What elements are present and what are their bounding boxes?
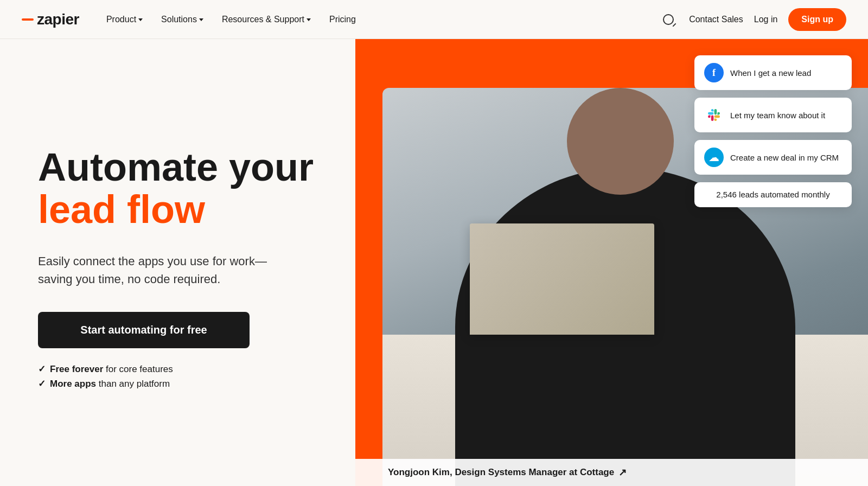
hero-subtext: Easily connect the apps you use for work… bbox=[38, 252, 288, 288]
card-text-new-lead: When I get a new lead bbox=[730, 68, 811, 78]
nav-item-pricing[interactable]: Pricing bbox=[322, 10, 363, 29]
automation-card-salesforce: ☁ Create a new deal in my CRM bbox=[694, 140, 852, 175]
hero-heading-line1: Automate your bbox=[38, 146, 317, 189]
chevron-down-icon bbox=[199, 18, 203, 21]
feature-apps-text: More apps than any platform bbox=[50, 379, 170, 389]
feature-list: ✓ Free forever for core features ✓ More … bbox=[38, 363, 317, 389]
automation-card-facebook: f When I get a new lead bbox=[694, 55, 852, 90]
hero-section: Automate your lead flow Easily connect t… bbox=[0, 39, 868, 486]
nav-item-solutions[interactable]: Solutions bbox=[154, 10, 211, 29]
logo-wordmark: zapier bbox=[37, 11, 79, 28]
slack-icon bbox=[704, 105, 724, 125]
check-icon: ✓ bbox=[38, 378, 46, 389]
chevron-down-icon bbox=[307, 18, 311, 21]
nav-item-resources[interactable]: Resources & Support bbox=[214, 10, 318, 29]
hero-right: f When I get a new lead bbox=[355, 39, 868, 486]
feature-free-text: Free forever for core features bbox=[50, 364, 173, 375]
logo[interactable]: zapier bbox=[22, 11, 79, 28]
navbar: zapier Product Solutions Resources & Sup… bbox=[0, 0, 868, 39]
salesforce-icon: ☁ bbox=[704, 148, 724, 167]
card-text-team: Let my team know about it bbox=[730, 111, 825, 120]
automation-card-slack: Let my team know about it bbox=[694, 98, 852, 132]
attribution-text: Yongjoon Kim, Design Systems Manager at … bbox=[388, 467, 614, 478]
nav-product-label: Product bbox=[106, 15, 136, 24]
nav-solutions-label: Solutions bbox=[161, 15, 197, 24]
chevron-down-icon bbox=[138, 18, 143, 21]
person-body bbox=[455, 168, 795, 486]
logo-dash-icon bbox=[22, 18, 34, 21]
check-icon: ✓ bbox=[38, 363, 46, 375]
feature-free: ✓ Free forever for core features bbox=[38, 363, 317, 375]
cta-button[interactable]: Start automating for free bbox=[38, 312, 250, 348]
card-text-crm: Create a new deal in my CRM bbox=[730, 153, 839, 162]
feature-apps: ✓ More apps than any platform bbox=[38, 378, 317, 389]
contact-sales-link[interactable]: Contact Sales bbox=[689, 15, 743, 24]
nav-item-product[interactable]: Product bbox=[99, 10, 150, 29]
nav-resources-label: Resources & Support bbox=[222, 15, 304, 24]
automation-cards: f When I get a new lead bbox=[694, 55, 852, 207]
nav-right: Contact Sales Log in Sign up bbox=[659, 8, 846, 31]
stats-card: 2,546 leads automated monthly bbox=[694, 182, 852, 207]
stats-text: 2,546 leads automated monthly bbox=[716, 190, 829, 199]
facebook-icon: f bbox=[704, 63, 724, 82]
signup-button[interactable]: Sign up bbox=[788, 8, 846, 31]
hero-left: Automate your lead flow Easily connect t… bbox=[0, 39, 355, 486]
search-button[interactable] bbox=[659, 10, 678, 29]
hero-heading-line2: lead flow bbox=[38, 189, 317, 231]
attribution-bar: Yongjoon Kim, Design Systems Manager at … bbox=[355, 459, 868, 486]
nav-links: Product Solutions Resources & Support Pr… bbox=[99, 10, 659, 29]
nav-pricing-label: Pricing bbox=[329, 15, 356, 24]
person-head bbox=[567, 88, 674, 195]
search-icon bbox=[663, 14, 674, 25]
login-link[interactable]: Log in bbox=[754, 15, 778, 24]
external-link-icon: ↗ bbox=[618, 466, 627, 478]
hero-heading: Automate your lead flow bbox=[38, 146, 317, 253]
